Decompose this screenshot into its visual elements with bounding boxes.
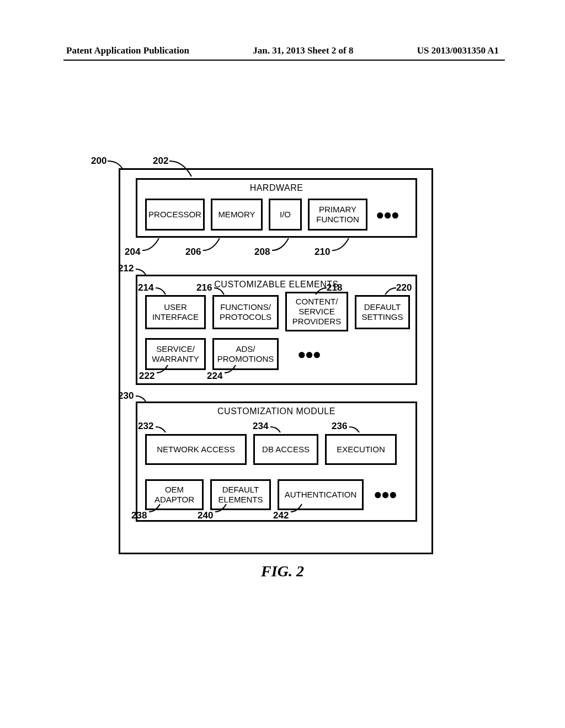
hardware-section: HARDWARE PROCESSOR MEMORY I/O PRIMARY FU…	[136, 178, 417, 238]
memory-label: MEMORY	[218, 210, 255, 220]
primary-function-cell: PRIMARY FUNCTION	[308, 199, 367, 231]
authentication-label: AUTHENTICATION	[285, 490, 357, 500]
ads-promotions-cell: ADS/ PROMOTIONS	[212, 338, 279, 370]
default-settings-cell: DEFAULT SETTINGS	[355, 295, 410, 329]
execution-cell: EXECUTION	[325, 434, 397, 465]
primary-function-label: PRIMARY FUNCTION	[316, 205, 359, 224]
user-interface-label: USER INTERFACE	[152, 302, 199, 322]
default-elements-cell: DEFAULT ELEMENTS	[210, 479, 271, 510]
functions-protocols-label: FUNCTIONS/ PROTOCOLS	[220, 302, 271, 322]
ellipsis-icon: ●●●	[297, 346, 320, 363]
figure-2-diagram: 200 202 204 206 208 210 212 214 216 218 …	[0, 154, 565, 585]
functions-protocols-cell: FUNCTIONS/ PROTOCOLS	[212, 295, 279, 329]
header-right: US 2013/0031350 A1	[417, 45, 499, 56]
oem-adaptor-cell: OEM ADAPTOR	[145, 479, 204, 510]
default-settings-label: DEFAULT SETTINGS	[361, 302, 403, 322]
ellipsis-icon: ●●●	[376, 206, 398, 223]
io-cell: I/O	[269, 199, 302, 231]
db-access-label: DB ACCESS	[262, 445, 310, 454]
execution-label: EXECUTION	[337, 445, 385, 454]
network-access-cell: NETWORK ACCESS	[145, 434, 247, 465]
customization-module-section: CUSTOMIZATION MODULE NETWORK ACCESS DB A…	[136, 402, 417, 522]
header-rule	[63, 60, 505, 61]
ref-202: 202	[153, 156, 168, 167]
db-access-cell: DB ACCESS	[253, 434, 318, 465]
customization-module-title: CUSTOMIZATION MODULE	[137, 406, 415, 416]
content-providers-label: CONTENT/ SERVICE PROVIDERS	[292, 297, 341, 326]
processor-cell: PROCESSOR	[145, 199, 205, 231]
content-providers-cell: CONTENT/ SERVICE PROVIDERS	[285, 292, 348, 331]
memory-cell: MEMORY	[211, 199, 263, 231]
page-header: Patent Application Publication Jan. 31, …	[0, 45, 565, 56]
default-elements-label: DEFAULT ELEMENTS	[218, 485, 263, 505]
io-label: I/O	[280, 210, 291, 220]
processor-label: PROCESSOR	[148, 210, 201, 220]
authentication-cell: AUTHENTICATION	[278, 479, 364, 510]
service-warranty-label: SERVICE/ WARRANTY	[152, 344, 199, 364]
ads-promotions-label: ADS/ PROMOTIONS	[217, 344, 274, 364]
network-access-label: NETWORK ACCESS	[157, 445, 235, 454]
user-interface-cell: USER INTERFACE	[145, 295, 206, 329]
device-box-200: HARDWARE PROCESSOR MEMORY I/O PRIMARY FU…	[119, 168, 433, 554]
ref-200: 200	[91, 156, 106, 167]
ellipsis-icon: ●●●	[374, 486, 396, 503]
figure-caption: FIG. 2	[0, 563, 565, 580]
customizable-section: CUSTOMIZABLE ELEMENTS USER INTERFACE FUN…	[136, 275, 417, 385]
hardware-title: HARDWARE	[137, 183, 415, 193]
oem-adaptor-label: OEM ADAPTOR	[154, 485, 194, 505]
customizable-title: CUSTOMIZABLE ELEMENTS	[137, 280, 415, 290]
service-warranty-cell: SERVICE/ WARRANTY	[145, 338, 206, 370]
header-left: Patent Application Publication	[66, 45, 189, 56]
header-center: Jan. 31, 2013 Sheet 2 of 8	[253, 45, 353, 56]
